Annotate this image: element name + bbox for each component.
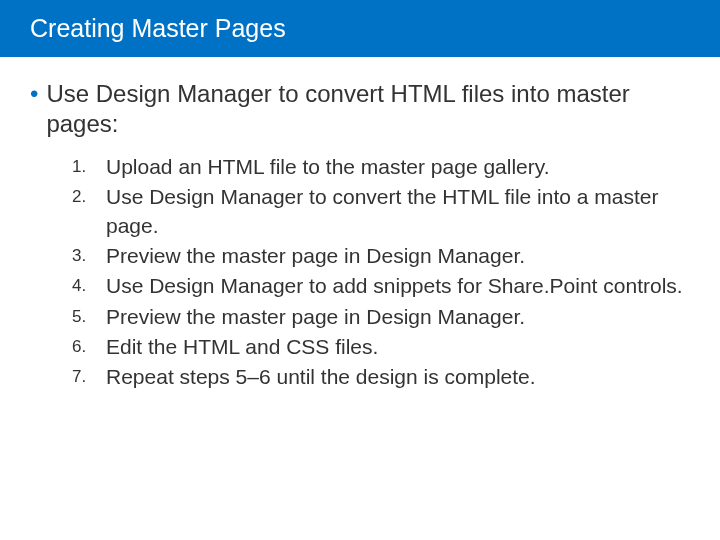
step-text: Preview the master page in Design Manage… bbox=[106, 303, 690, 331]
steps-list: Upload an HTML file to the master page g… bbox=[30, 153, 690, 392]
slide-title: Creating Master Pages bbox=[0, 0, 720, 57]
step-text: Edit the HTML and CSS files. bbox=[106, 333, 690, 361]
bullet-icon: • bbox=[30, 79, 38, 109]
step-text: Repeat steps 5–6 until the design is com… bbox=[106, 363, 690, 391]
slide-content: • Use Design Manager to convert HTML fil… bbox=[0, 57, 720, 392]
list-item: Preview the master page in Design Manage… bbox=[72, 303, 690, 331]
list-item: Preview the master page in Design Manage… bbox=[72, 242, 690, 270]
step-text: Use Design Manager to convert the HTML f… bbox=[106, 183, 690, 240]
list-item: Use Design Manager to add snippets for S… bbox=[72, 272, 690, 300]
step-text: Use Design Manager to add snippets for S… bbox=[106, 272, 690, 300]
list-item: Edit the HTML and CSS files. bbox=[72, 333, 690, 361]
intro-text: Use Design Manager to convert HTML files… bbox=[46, 79, 690, 139]
intro-bullet: • Use Design Manager to convert HTML fil… bbox=[30, 79, 690, 139]
list-item: Upload an HTML file to the master page g… bbox=[72, 153, 690, 181]
list-item: Repeat steps 5–6 until the design is com… bbox=[72, 363, 690, 391]
list-item: Use Design Manager to convert the HTML f… bbox=[72, 183, 690, 240]
step-text: Upload an HTML file to the master page g… bbox=[106, 153, 690, 181]
step-text: Preview the master page in Design Manage… bbox=[106, 242, 690, 270]
